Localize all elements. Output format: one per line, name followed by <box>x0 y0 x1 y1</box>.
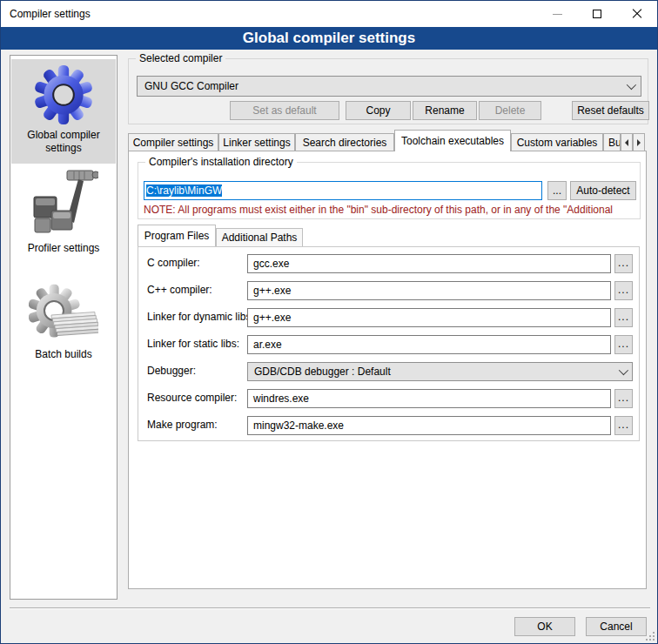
arrow-left-icon <box>625 139 628 146</box>
sidebar-item-label: Batch builds <box>11 348 116 361</box>
delete-button[interactable]: Delete <box>479 101 541 120</box>
sidebar-item-profiler-settings[interactable]: Profiler settings <box>11 165 116 259</box>
page-title: Global compiler settings <box>1 27 657 50</box>
field-row-make-program: Make program: mingw32-make.exe ... <box>138 416 639 435</box>
sidebar-item-label: Global compiler settings <box>11 129 116 155</box>
rename-button[interactable]: Rename <box>413 101 477 120</box>
gray-gear-stack-icon <box>29 284 98 346</box>
resize-grip[interactable] <box>646 632 655 641</box>
field-label: Make program: <box>147 419 218 431</box>
cpp-compiler-browse-button[interactable]: ... <box>614 281 633 300</box>
subtab-additional-paths[interactable]: Additional Paths <box>216 228 303 246</box>
blue-gear-icon <box>31 63 96 127</box>
sidebar-item-label: Profiler settings <box>11 242 116 255</box>
field-row-c-compiler: C compiler: gcc.exe ... <box>138 254 639 273</box>
field-label: Linker for static libs: <box>147 338 239 350</box>
selected-compiler-group: Selected compiler GNU GCC Compiler Set a… <box>128 58 648 124</box>
field-label: Resource compiler: <box>147 392 237 404</box>
field-row-cpp-compiler: C++ compiler: g++.exe ... <box>138 281 639 300</box>
make-program-input[interactable]: mingw32-make.exe <box>247 416 611 435</box>
field-row-linker-static: Linker for static libs: ar.exe ... <box>138 335 639 354</box>
linker-dynamic-browse-button[interactable]: ... <box>614 308 633 327</box>
field-row-resource-compiler: Resource compiler: windres.exe ... <box>138 389 639 408</box>
footer-divider <box>10 607 650 609</box>
maximize-button[interactable] <box>577 1 617 27</box>
make-program-browse-button[interactable]: ... <box>614 416 633 435</box>
tab-compiler-settings[interactable]: Compiler settings <box>128 133 218 151</box>
tab-search-directories[interactable]: Search directories <box>295 133 394 151</box>
field-label: Linker for dynamic libs: <box>147 311 254 323</box>
minimize-icon <box>553 14 562 15</box>
ok-button[interactable]: OK <box>514 617 575 636</box>
caption-buttons <box>537 1 657 27</box>
field-label: C++ compiler: <box>147 284 212 296</box>
tab-scroll-left-button[interactable] <box>621 133 633 151</box>
field-row-linker-dynamic: Linker for dynamic libs: g++.exe ... <box>138 308 639 327</box>
subtab-program-files[interactable]: Program Files <box>138 225 216 246</box>
linker-dynamic-input[interactable]: g++.exe <box>247 308 611 327</box>
debugger-select-value: GDB/CDB debugger : Default <box>254 366 391 378</box>
selected-text: C:\raylib\MinGW <box>146 184 222 197</box>
compiler-settings-dialog: Compiler settings Global compiler settin… <box>0 0 658 644</box>
field-row-debugger: Debugger: GDB/CDB debugger : Default <box>138 362 639 381</box>
c-compiler-input[interactable]: gcc.exe <box>247 254 611 273</box>
installation-directory-input[interactable]: C:\raylib\MinGW <box>144 181 542 200</box>
copy-button[interactable]: Copy <box>346 101 411 120</box>
caliper-blocks-icon <box>29 169 98 240</box>
sidebar-item-batch-builds[interactable]: Batch builds <box>11 280 116 364</box>
close-icon <box>632 9 642 19</box>
resource-compiler-input[interactable]: windres.exe <box>247 389 611 408</box>
installation-directory-group: Compiler's installation directory C:\ray… <box>138 162 641 219</box>
program-files-panel: C compiler: gcc.exe ... C++ compiler: g+… <box>138 246 640 441</box>
bin-subdirectory-note: NOTE: All programs must exist either in … <box>144 204 638 216</box>
tab-custom-variables[interactable]: Custom variables <box>511 133 603 151</box>
tab-build-options[interactable]: Build options <box>603 133 621 151</box>
tab-linker-settings[interactable]: Linker settings <box>218 133 295 151</box>
maximize-icon <box>593 10 601 18</box>
reset-defaults-button[interactable]: Reset defaults <box>572 101 649 120</box>
arrow-right-icon <box>637 139 641 146</box>
compiler-select-value: GNU GCC Compiler <box>144 80 238 92</box>
field-label: C compiler: <box>147 257 200 269</box>
cpp-compiler-input[interactable]: g++.exe <box>247 281 611 300</box>
field-label: Debugger: <box>147 365 196 377</box>
set-as-default-button[interactable]: Set as default <box>230 101 339 120</box>
chevron-down-icon <box>626 83 634 91</box>
linker-static-input[interactable]: ar.exe <box>247 335 611 354</box>
toolchain-executables-page: Compiler's installation directory C:\ray… <box>128 151 647 589</box>
tab-toolchain-executables[interactable]: Toolchain executables <box>394 130 511 151</box>
debugger-select[interactable]: GDB/CDB debugger : Default <box>247 362 633 381</box>
resource-compiler-browse-button[interactable]: ... <box>614 389 633 408</box>
group-legend: Compiler's installation directory <box>145 156 297 168</box>
cancel-button[interactable]: Cancel <box>586 617 647 636</box>
window-title: Compiler settings <box>1 8 91 20</box>
settings-category-list: Global compiler settings Profiler settin… <box>10 55 118 600</box>
group-legend: Selected compiler <box>136 52 225 64</box>
minimize-button[interactable] <box>537 1 577 27</box>
browse-directory-button[interactable]: ... <box>547 181 567 200</box>
linker-static-browse-button[interactable]: ... <box>614 335 633 354</box>
chevron-down-icon <box>618 368 626 376</box>
close-button[interactable] <box>617 1 657 27</box>
sidebar-item-global-compiler-settings[interactable]: Global compiler settings <box>11 59 116 164</box>
tab-scroll-right-button[interactable] <box>633 133 645 151</box>
auto-detect-button[interactable]: Auto-detect <box>570 181 636 200</box>
title-bar: Compiler settings <box>1 1 657 27</box>
c-compiler-browse-button[interactable]: ... <box>614 254 633 273</box>
compiler-select[interactable]: GNU GCC Compiler <box>137 76 641 97</box>
